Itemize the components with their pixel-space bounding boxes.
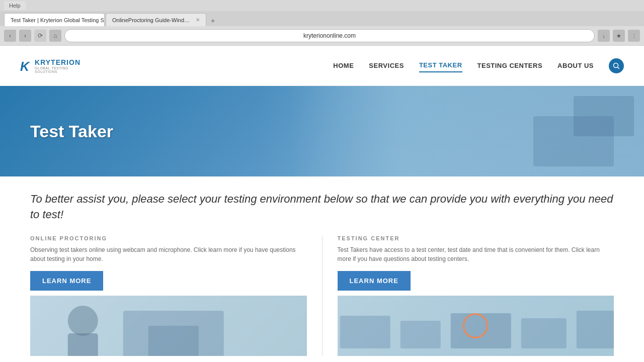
svg-line-2 — [618, 67, 620, 69]
site-nav: HOME SERVICES TEST TAKER TESTING CENTERS… — [333, 58, 624, 73]
logo-icon: K — [20, 56, 33, 76]
testing-center-image — [338, 296, 614, 356]
logo-subtitle: GLOBAL TESTING SOLUTIONS — [35, 66, 80, 73]
svg-rect-9 — [340, 316, 390, 348]
online-proctoring-image — [30, 296, 307, 356]
svg-rect-13 — [576, 311, 614, 348]
logo-name: KRYTERION — [35, 58, 80, 66]
logo-area[interactable]: K KRYTERION GLOBAL TESTING SOLUTIONS — [20, 53, 80, 78]
svg-point-4 — [68, 306, 98, 336]
nav-about-us[interactable]: ABOUT US — [557, 59, 594, 72]
tab-pdf[interactable]: OnlineProctoring Guide-WindowsOperatingS… — [106, 13, 206, 26]
bookmark-button[interactable]: ★ — [613, 30, 625, 42]
search-icon[interactable] — [609, 58, 624, 73]
online-proctoring-desc: Observing test takers online using webca… — [30, 245, 307, 263]
svg-rect-10 — [400, 321, 440, 348]
nav-test-taker[interactable]: TEST TAKER — [419, 59, 462, 72]
new-tab-button[interactable]: + — [207, 15, 218, 26]
svg-text:K: K — [20, 59, 30, 73]
site-wrapper: K KRYTERION GLOBAL TESTING SOLUTIONS HOM… — [0, 46, 644, 362]
help-tab[interactable]: Help — [4, 1, 26, 10]
tab-close-icon-2[interactable]: ✕ — [196, 17, 200, 23]
online-proctoring-label: ONLINE PROCTORING — [30, 235, 307, 241]
testing-center-col: TESTING CENTER Test Takers have access t… — [338, 235, 614, 356]
logo: K KRYTERION GLOBAL TESTING SOLUTIONS — [20, 53, 80, 78]
nav-testing-centers[interactable]: TESTING CENTERS — [477, 59, 543, 72]
forward-button[interactable]: › — [19, 30, 31, 42]
svg-rect-5 — [68, 333, 98, 356]
nav-home[interactable]: HOME — [333, 59, 354, 72]
hero-banner: Test Taker — [0, 86, 644, 176]
reload-button[interactable]: ⟳ — [34, 30, 46, 42]
two-col-section: ONLINE PROCTORING Observing test takers … — [30, 235, 614, 356]
learn-more-button-right[interactable]: LEARN MORE — [338, 271, 411, 291]
tab-test-taker[interactable]: Test Taker | Kryterion Global Testing So… — [4, 13, 105, 26]
address-bar[interactable]: kryteriononline.com — [64, 29, 595, 42]
nav-services[interactable]: SERVICES — [369, 59, 404, 72]
hero-title: Test Taker — [30, 122, 113, 141]
home-button[interactable]: ⌂ — [49, 30, 61, 42]
col-divider — [322, 235, 323, 356]
testing-center-label: TESTING CENTER — [338, 235, 614, 241]
svg-rect-7 — [148, 326, 199, 356]
browser-toolbar: ‹ › ⟳ ⌂ kryteriononline.com ↓ ★ ⋮ — [0, 26, 644, 45]
browser-chrome: Help Test Taker | Kryterion Global Testi… — [0, 0, 644, 46]
intro-text: To better assist you, please select your… — [30, 192, 614, 223]
main-content: To better assist you, please select your… — [0, 176, 644, 362]
cursor-indicator — [463, 313, 488, 338]
online-proctoring-col: ONLINE PROCTORING Observing test takers … — [30, 235, 307, 356]
testing-center-desc: Test Takers have access to a test center… — [338, 245, 614, 263]
left-col-svg — [30, 296, 307, 356]
browser-tabs: Test Taker | Kryterion Global Testing So… — [0, 11, 644, 26]
back-button[interactable]: ‹ — [4, 30, 16, 42]
menu-button[interactable]: ⋮ — [628, 30, 640, 42]
downloads-button[interactable]: ↓ — [598, 30, 610, 42]
svg-rect-12 — [521, 318, 566, 348]
search-svg — [613, 62, 620, 69]
learn-more-button-left[interactable]: LEARN MORE — [30, 271, 103, 291]
site-header: K KRYTERION GLOBAL TESTING SOLUTIONS HOM… — [0, 46, 644, 86]
svg-point-1 — [614, 63, 618, 67]
